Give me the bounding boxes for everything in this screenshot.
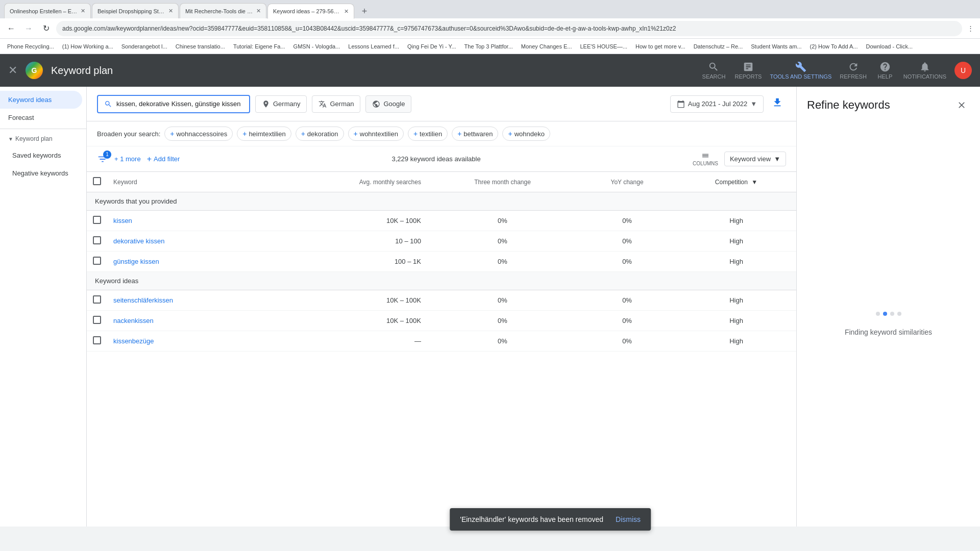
loading-text: Finding keyword similarities [845, 328, 932, 336]
bookmarks-bar: Phone Recycling... (1) How Working a... … [0, 39, 980, 54]
bookmark-8[interactable]: Qing Fei De Yi - Y... [404, 42, 459, 51]
idea-checkbox-0[interactable] [93, 295, 101, 304]
tools-action[interactable]: TOOLS AND SETTINGS [770, 61, 831, 80]
refresh-nav-button[interactable]: ↻ [39, 21, 53, 36]
tab-2[interactable]: Beispiel Dropshipping Store –... ✕ [92, 3, 179, 18]
location-icon [262, 100, 270, 108]
search-input-icon [104, 100, 112, 108]
sidebar-item-negative-keywords[interactable]: Negative keywords [0, 164, 86, 182]
idea-checkbox-2[interactable] [93, 336, 101, 344]
close-app-button[interactable]: ✕ [8, 64, 17, 77]
bookmark-11[interactable]: LEE'S HOUSE—... [577, 42, 630, 51]
row-checkbox-2[interactable] [93, 257, 101, 265]
broaden-chip-6[interactable]: + wohndeko [502, 127, 550, 141]
sidebar-item-keyword-plan[interactable]: ▼ Keyword plan [0, 131, 86, 146]
th-three-month[interactable]: Three month change [427, 172, 578, 192]
broaden-chip-1[interactable]: + heimtextilien [237, 127, 291, 141]
th-avg-searches[interactable]: Avg. monthly searches [265, 172, 427, 192]
bookmark-12[interactable]: How to get more v... [632, 42, 689, 51]
bookmark-9[interactable]: The Top 3 Plattfor... [461, 42, 516, 51]
idea-row-2[interactable]: kissenbezüge — 0% 0% [87, 331, 796, 352]
refresh-action[interactable]: REFRESH [840, 61, 867, 80]
broaden-chip-3[interactable]: + wohntextilien [348, 127, 404, 141]
close-icon [957, 100, 967, 110]
more-filters-button[interactable]: + 1 more [114, 155, 141, 163]
reports-action[interactable]: REPORTS [734, 61, 762, 80]
broaden-chip-2[interactable]: + dekoration [296, 127, 344, 141]
location-selector[interactable]: Germany [255, 95, 307, 113]
bookmark-16[interactable]: Download - Click... [863, 42, 916, 51]
bookmark-5[interactable]: Tutorial: Eigene Fa... [230, 42, 288, 51]
search-action[interactable]: SEARCH [701, 61, 726, 80]
th-competition[interactable]: Competition ▼ [676, 172, 796, 192]
tab-4-active[interactable]: Keyword ideas – 279-560-18... ✕ [267, 4, 354, 19]
tab-close-4[interactable]: ✕ [344, 8, 349, 15]
provided-row-0[interactable]: kissen 10K – 100K 0% 0% [87, 211, 796, 231]
broaden-chip-5[interactable]: + bettwaren [452, 127, 498, 141]
chip-plus-icon-4: + [413, 130, 418, 138]
sidebar-item-keyword-ideas[interactable]: Keyword ideas [0, 91, 82, 109]
bookmark-4[interactable]: Chinese translatio... [173, 42, 228, 51]
snackbar: 'Einzelhändler' keywords have been remov… [450, 508, 651, 527]
filter-badge: 1 [103, 151, 111, 159]
new-tab-button[interactable]: + [357, 4, 372, 18]
sort-icon: ▼ [751, 179, 757, 186]
date-range-selector[interactable]: Aug 2021 - Jul 2022 ▼ [670, 95, 764, 113]
broaden-chip-0[interactable]: + wohnaccessoires [164, 127, 233, 141]
bookmark-10[interactable]: Money Changes E... [518, 42, 575, 51]
tab-close-2[interactable]: ✕ [168, 8, 173, 14]
select-all-checkbox[interactable] [93, 177, 101, 185]
notifications-action[interactable]: NOTIFICATIONS [903, 61, 946, 80]
download-button[interactable] [769, 94, 786, 114]
idea-row-1[interactable]: nackenkissen 10K – 100K 0% 0% [87, 311, 796, 331]
idea-checkbox-1[interactable] [93, 316, 101, 324]
avatar[interactable]: U [954, 62, 972, 79]
help-action[interactable]: HELP [875, 61, 895, 80]
row-checkbox-0[interactable] [93, 216, 101, 224]
bookmark-3[interactable]: Sonderangebot l... [118, 42, 170, 51]
th-keyword[interactable]: Keyword [107, 172, 265, 192]
provided-row-2[interactable]: günstige kissen 100 – 1K 0% 0% [87, 252, 796, 272]
back-button[interactable]: ← [4, 21, 18, 36]
add-filter-button[interactable]: + Add filter [147, 155, 180, 164]
bookmark-13[interactable]: Datenschutz – Re... [691, 42, 746, 51]
th-yoy[interactable]: YoY change [578, 172, 676, 192]
tab-3[interactable]: Mit Recherche-Tools die rich... ✕ [180, 3, 266, 18]
row-checkbox-1[interactable] [93, 236, 101, 244]
bookmark-2[interactable]: (1) How Working a... [59, 42, 116, 51]
bookmark-6[interactable]: GMSN - Vologda... [290, 42, 344, 51]
chip-plus-icon-2: + [301, 130, 305, 138]
loading-indicator [876, 312, 901, 316]
provided-row-1[interactable]: dekorative kissen 10 – 100 0% 0% [87, 231, 796, 252]
columns-button[interactable]: COLUMNS [693, 152, 718, 166]
url-bar[interactable]: ads.google.com/aw/keywordplanner/ideas/n… [56, 21, 962, 36]
view-selector[interactable]: Keyword view ▼ [724, 152, 786, 166]
network-icon [372, 100, 380, 108]
bookmark-7[interactable]: Lessons Learned f... [345, 42, 402, 51]
tab-1[interactable]: Onlineshop Erstellen – Einfach... ✕ [4, 3, 91, 18]
sidebar-item-forecast[interactable]: Forecast [0, 109, 86, 127]
tab-close-1[interactable]: ✕ [81, 8, 85, 14]
table-toolbar: 1 + 1 more + Add filter 3,229 keyword id… [87, 146, 796, 172]
search-query-text: kissen, dekorative Kissen, günstige kiss… [116, 100, 241, 108]
right-panel-content: Finding keyword similarities [797, 121, 980, 527]
bookmark-15[interactable]: (2) How To Add A... [807, 42, 861, 51]
help-icon [879, 61, 891, 72]
keyword-search-box[interactable]: kissen, dekorative Kissen, günstige kiss… [97, 95, 250, 113]
filter-button[interactable]: 1 [97, 154, 108, 165]
broaden-chip-4[interactable]: + textilien [408, 127, 448, 141]
browser-menu[interactable]: ⋮ [965, 22, 976, 34]
forward-button[interactable]: → [21, 21, 36, 36]
chip-plus-icon-3: + [354, 130, 358, 138]
snackbar-message: 'Einzelhändler' keywords have been remov… [460, 515, 603, 523]
bookmark-1[interactable]: Phone Recycling... [4, 42, 57, 51]
language-selector[interactable]: German [312, 95, 360, 113]
bookmark-14[interactable]: Student Wants am... [748, 42, 804, 51]
tab-close-3[interactable]: ✕ [256, 8, 261, 14]
snackbar-dismiss-button[interactable]: Dismiss [616, 515, 641, 523]
main-content: kissen, dekorative Kissen, günstige kiss… [87, 87, 796, 527]
close-right-panel-button[interactable] [953, 97, 970, 113]
network-selector[interactable]: Google [365, 95, 411, 113]
sidebar-item-saved-keywords[interactable]: Saved keywords [0, 146, 86, 164]
idea-row-0[interactable]: seitenschläferkissen 10K – 100K 0% 0% [87, 290, 796, 311]
